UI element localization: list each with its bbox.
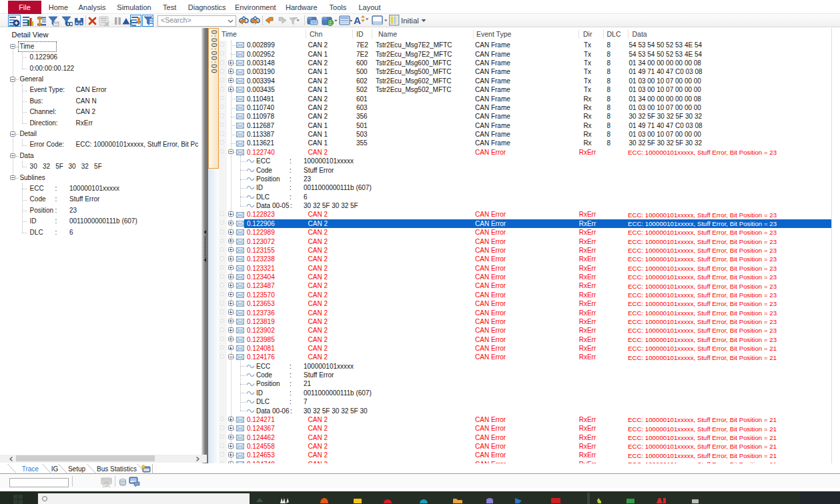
svg-text:A: A	[354, 15, 361, 26]
svg-text:CAPL: CAPL	[102, 484, 110, 487]
